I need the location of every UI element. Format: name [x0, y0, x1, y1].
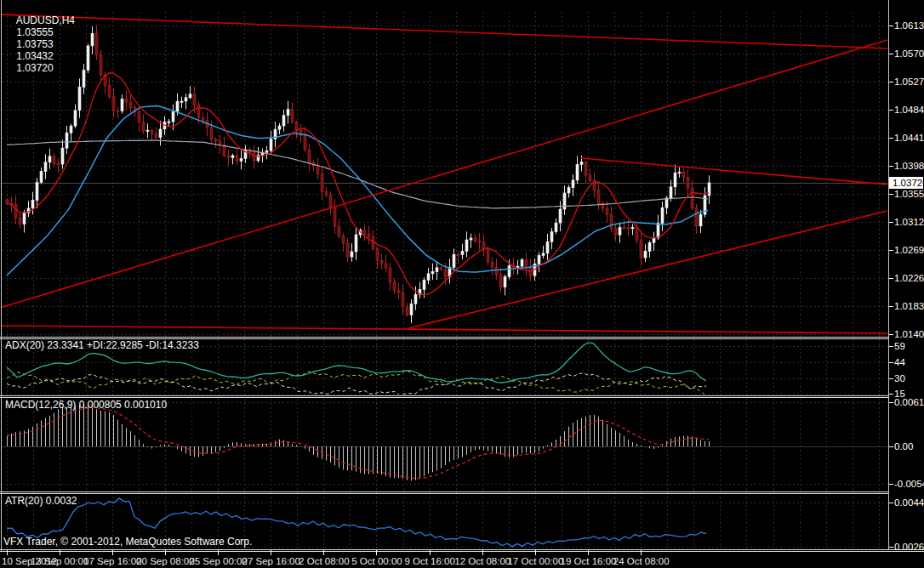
axis-label: 0.00 — [894, 441, 913, 452]
axis-label: 1.03550 — [894, 189, 924, 199]
axis-label: 44 — [894, 357, 905, 367]
time-axis-label: 2 Oct 08:00 — [299, 556, 349, 566]
axis-label: 1.04410 — [894, 133, 924, 143]
time-axis-label: 20 Sep 08:00 — [136, 556, 194, 566]
axis-label: 1.05270 — [894, 77, 924, 87]
time-axis-label: 17 Oct 00:00 — [507, 556, 563, 566]
time-axis-label: 13 Sep 00:00 — [31, 556, 88, 566]
axis-label: 0.00615 — [894, 397, 924, 407]
time-axis-label: 24 Oct 08:00 — [613, 556, 670, 566]
trading-chart-window: 1.061301.057001.052701.048401.044101.039… — [0, 0, 924, 568]
axis-label: 1.01830 — [894, 301, 924, 311]
axis-label: 1.01400 — [894, 329, 924, 339]
axis-label: 0.0026 — [894, 542, 924, 552]
axis-label: 1.06130 — [894, 20, 924, 31]
time-axis-label: 5 Oct 00:00 — [351, 556, 402, 566]
chart-canvas[interactable]: 1.061301.057001.052701.048401.044101.039… — [0, 0, 924, 568]
axis-label: 1.02690 — [894, 245, 924, 255]
axis-label: 59 — [894, 341, 905, 351]
axis-label: 1.03120 — [894, 217, 924, 227]
axis-label: 1.03980 — [894, 161, 924, 171]
time-axis-label: 25 Sep 00:00 — [189, 556, 247, 566]
time-axis-label: 12 Oct 08:00 — [454, 556, 510, 566]
current-price-box: 1.03720 — [889, 177, 924, 189]
time-axis-label: 9 Oct 16:00 — [404, 556, 454, 566]
axis-label: 0.0044 — [894, 497, 924, 508]
price-axis[interactable]: 1.061301.057001.052701.048401.044101.039… — [889, 0, 924, 552]
axis-label: 30 — [894, 373, 905, 383]
axis-label: -0.00544 — [894, 479, 924, 489]
current-price-label: 1.03720 — [893, 178, 924, 188]
time-axis-label: 27 Sep 16:00 — [242, 556, 299, 566]
axis-label: 1.02260 — [894, 273, 924, 283]
axis-label: 1.05700 — [894, 48, 924, 59]
time-axis-label: 17 Sep 16:00 — [83, 556, 141, 566]
axis-label: 1.04840 — [894, 105, 924, 115]
time-axis[interactable]: 10 Sep 201213 Sep 00:0017 Sep 16:0020 Se… — [0, 550, 924, 568]
time-axis-label: 19 Oct 16:00 — [561, 556, 617, 566]
